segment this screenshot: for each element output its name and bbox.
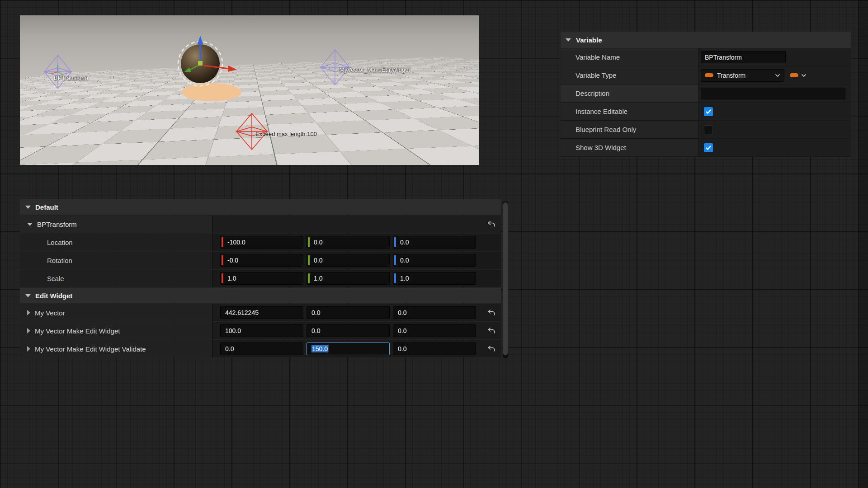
revert-to-default-button[interactable] xyxy=(487,221,495,228)
rotation-x-field[interactable]: -0.0 xyxy=(220,254,303,267)
my-vector-x-field[interactable]: 442.612245 xyxy=(220,306,303,319)
container-type-pill-icon[interactable] xyxy=(790,73,798,77)
revert-to-default-button[interactable] xyxy=(487,328,495,334)
gizmo-z-arrow-icon[interactable] xyxy=(198,36,203,44)
description-input[interactable] xyxy=(701,88,845,99)
panel-edge-divider xyxy=(858,0,868,488)
field-value: 0.0 xyxy=(311,327,320,334)
mvmewv-x-field[interactable]: 0.0 xyxy=(220,343,303,355)
scale-y-field[interactable]: 1.0 xyxy=(307,272,390,285)
property-row-scale: Scale 1.0 1.0 1.0 xyxy=(20,270,501,287)
axis-x-bar-icon xyxy=(222,237,223,247)
my-vector-y-field[interactable]: 0.0 xyxy=(307,306,390,319)
section-header-default[interactable]: Default xyxy=(20,199,501,215)
collapse-arrow-icon[interactable] xyxy=(25,206,31,209)
variable-section-header[interactable]: Variable xyxy=(561,32,851,48)
field-value: 0.0 xyxy=(400,239,409,246)
instance-editable-checkbox[interactable] xyxy=(704,107,713,116)
field-value: 0.0 xyxy=(314,239,322,246)
rotation-z-field[interactable]: 0.0 xyxy=(393,254,476,267)
axis-y-bar-icon xyxy=(308,237,310,247)
check-icon xyxy=(705,109,712,114)
revert-to-default-button[interactable] xyxy=(487,310,495,316)
my-vector-z-field[interactable]: 0.0 xyxy=(393,306,476,319)
property-row-rotation: Rotation -0.0 0.0 0.0 xyxy=(20,252,501,269)
property-label: BPTransform xyxy=(37,221,77,228)
variable-name-label: Variable Name xyxy=(576,53,620,61)
description-label: Description xyxy=(576,89,609,97)
field-value: 0.0 xyxy=(398,327,406,334)
expand-arrow-icon[interactable] xyxy=(27,346,30,352)
property-row-location: Location -100.0 0.0 0.0 xyxy=(20,234,501,251)
selected-field-value: 150.0 xyxy=(311,345,328,352)
mvmew-z-field[interactable]: 0.0 xyxy=(393,324,476,337)
row-show-3d-widget: Show 3D Widget xyxy=(561,139,851,156)
location-x-field[interactable]: -100.0 xyxy=(220,236,303,249)
location-y-field[interactable]: 0.0 xyxy=(307,236,390,249)
collapse-arrow-icon[interactable] xyxy=(27,223,33,226)
axis-z-bar-icon xyxy=(394,273,396,283)
row-instance-editable: Instance Editable xyxy=(561,103,851,120)
property-row-my-vector-make-edit-widget-validate: My Vector Make Edit Widget Validate 0.0 … xyxy=(20,340,501,357)
widget-label-myvector: MyVector_MakeEditWidget xyxy=(340,66,410,73)
details-scrollbar-thumb[interactable] xyxy=(503,202,508,355)
blueprint-read-only-checkbox[interactable] xyxy=(704,125,713,134)
show-3d-widget-checkbox[interactable] xyxy=(704,143,713,152)
axis-y-bar-icon xyxy=(308,273,310,283)
revert-to-default-button[interactable] xyxy=(487,346,495,352)
property-row-bptransform: BPTransform xyxy=(20,216,501,233)
section-title: Default xyxy=(35,203,58,211)
property-label: Rotation xyxy=(47,257,72,264)
axis-z-bar-icon xyxy=(394,237,396,247)
gizmo-x-arrow-icon[interactable] xyxy=(228,66,237,72)
field-value: 442.612245 xyxy=(225,309,259,316)
variable-name-input[interactable] xyxy=(701,51,786,63)
collapse-arrow-icon[interactable] xyxy=(25,294,31,297)
property-row-my-vector: My Vector 442.612245 0.0 0.0 xyxy=(20,304,501,321)
transform-type-pill-icon xyxy=(705,73,713,77)
axis-x-bar-icon xyxy=(222,273,223,283)
mvmew-x-field[interactable]: 100.0 xyxy=(220,324,303,337)
field-value: 0.0 xyxy=(311,309,320,316)
octahedron-wireframe-bptransform[interactable] xyxy=(44,55,71,89)
location-z-field[interactable]: 0.0 xyxy=(393,236,476,249)
field-value: 1.0 xyxy=(227,275,236,282)
variable-type-label: Variable Type xyxy=(576,71,616,79)
rotation-y-field[interactable]: 0.0 xyxy=(307,254,390,267)
variable-type-dropdown[interactable]: Transform xyxy=(701,69,784,82)
chevron-down-icon xyxy=(775,74,780,77)
scale-x-field[interactable]: 1.0 xyxy=(220,272,303,285)
blueprint-read-only-label: Blueprint Read Only xyxy=(576,126,636,133)
gizmo-center-handle[interactable] xyxy=(198,61,203,66)
mini-axis-tripod-icon xyxy=(52,65,63,75)
mvmewv-z-field[interactable]: 0.0 xyxy=(393,343,476,355)
field-value: 0.0 xyxy=(400,257,409,264)
expand-arrow-icon[interactable] xyxy=(27,328,30,333)
sphere-shadow xyxy=(182,83,241,101)
property-label: My Vector Make Edit Widget Validate xyxy=(35,345,146,353)
row-description: Description xyxy=(561,84,851,102)
axis-y-bar-icon xyxy=(308,255,310,265)
expand-arrow-icon[interactable] xyxy=(27,310,30,315)
section-header-edit-widget[interactable]: Edit Widget xyxy=(20,288,501,303)
mvmewv-y-field-focused[interactable]: 150.0 xyxy=(307,343,390,355)
row-variable-type: Variable Type Transform xyxy=(561,66,851,84)
field-value: 0.0 xyxy=(314,257,322,264)
scale-z-field[interactable]: 1.0 xyxy=(393,272,476,285)
details-scrollbar-track[interactable] xyxy=(503,201,508,358)
row-blueprint-read-only: Blueprint Read Only xyxy=(561,121,851,138)
blueprint-graph-background[interactable]: BPTransform MyVector_MakeEditWidget Exce… xyxy=(0,0,868,488)
axis-x-bar-icon xyxy=(222,255,223,265)
instance-editable-label: Instance Editable xyxy=(576,108,627,115)
collapse-arrow-icon[interactable] xyxy=(566,38,571,42)
field-value: 0.0 xyxy=(398,345,406,352)
field-value: 1.0 xyxy=(400,275,409,282)
container-type-chevron-icon[interactable] xyxy=(801,74,807,77)
mvmew-y-field[interactable]: 0.0 xyxy=(307,324,390,337)
text-caret xyxy=(329,345,329,352)
property-row-my-vector-make-edit-widget: My Vector Make Edit Widget 100.0 0.0 0.0 xyxy=(20,322,501,339)
widget-label-exceed-max: Exceed max length:100 xyxy=(255,131,317,137)
3d-preview-viewport[interactable]: BPTransform MyVector_MakeEditWidget Exce… xyxy=(20,15,479,165)
field-value: 1.0 xyxy=(314,275,322,282)
property-label: My Vector Make Edit Widget xyxy=(35,327,120,335)
